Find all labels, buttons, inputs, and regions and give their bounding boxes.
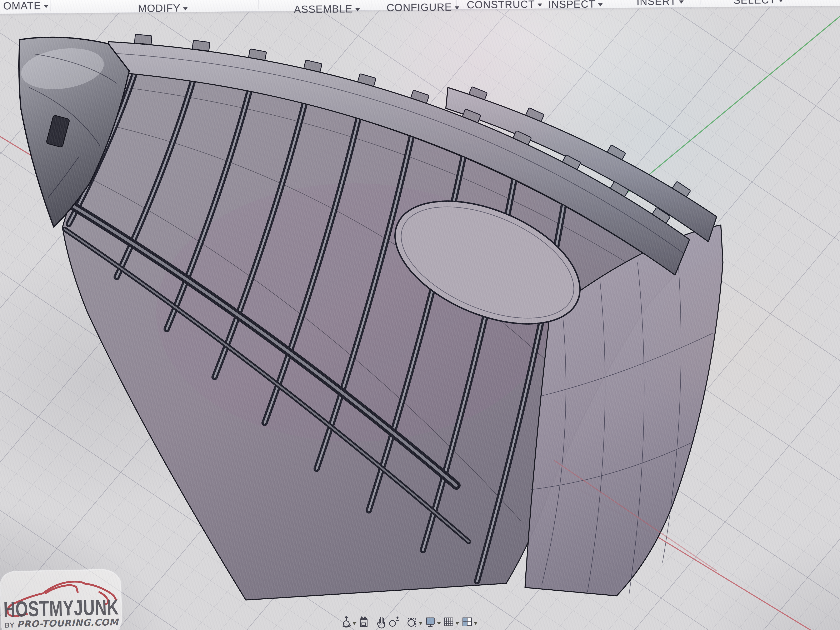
toolbar-divider [371,0,371,8]
zoom-icon [388,615,399,630]
fit-dropdown-arrow[interactable] [419,622,423,625]
display-settings-icon [425,615,436,630]
look-at-icon [359,615,369,630]
orbit-dropdown-arrow[interactable] [352,622,356,625]
navigation-toolbar [341,615,480,630]
menu-insert[interactable]: INSERT [636,0,684,8]
orbit-icon [341,615,351,630]
viewports-button[interactable] [462,615,478,630]
menu-configure[interactable]: CONFIGURE [387,1,459,14]
grid-snaps-dropdown-arrow[interactable] [455,622,459,625]
chevron-down-icon [538,3,542,6]
menu-inspect[interactable]: INSPECT [548,0,603,10]
fit-icon [407,615,417,630]
cad-model [19,35,723,600]
look-at-button[interactable] [359,615,369,630]
display-settings-dropdown-arrow[interactable] [437,622,441,625]
chevron-down-icon [679,0,684,3]
toolbar-divider [258,0,259,9]
pan-icon [376,615,386,630]
toolbar-divider [700,0,701,5]
orbit-button[interactable] [341,615,357,630]
watermark-sticker: HOSTMYJUNK BY PRO-TOURING.COM [1,570,121,630]
watermark-site: PRO-TOURING.COM [17,617,118,629]
fusion-360-screen: HOSTMYJUNK BY PRO-TOURING.COM [0,0,840,630]
chevron-down-icon [355,8,360,11]
pan-button[interactable] [376,615,386,630]
grid-snaps-button[interactable] [443,615,459,630]
menu-select[interactable]: SELECT [733,0,783,6]
zoom-button[interactable] [388,615,399,630]
grid-snaps-icon [443,615,454,630]
menu-assemble[interactable]: ASSEMBLE [294,3,360,16]
toolbar-divider [621,0,622,5]
chevron-down-icon [455,6,459,9]
chevron-down-icon [44,5,48,8]
fit-button[interactable] [407,615,423,630]
viewports-icon [462,615,472,630]
watermark-by: BY [5,621,14,629]
menu-construct[interactable]: CONSTRUCT [467,0,542,11]
menu-modify[interactable]: MODIFY [138,2,188,14]
toolbar-divider [50,0,51,11]
chevron-down-icon [598,3,603,6]
viewport-canvas[interactable] [0,0,840,630]
display-settings-button[interactable] [425,615,441,630]
chevron-down-icon [778,0,783,2]
viewports-dropdown-arrow[interactable] [474,622,477,625]
menu-automate[interactable]: OMATE [3,0,48,12]
chevron-down-icon [183,7,188,10]
